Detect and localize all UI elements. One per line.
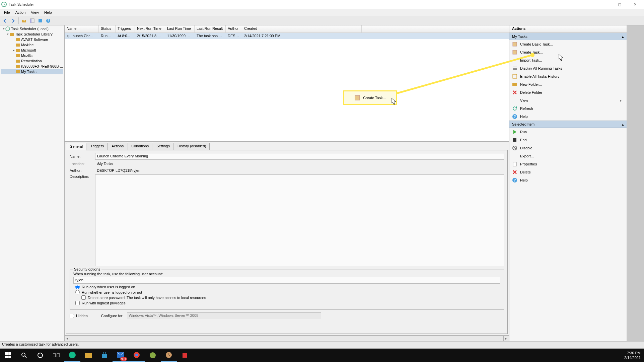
description-field[interactable] [95,174,504,266]
tree-item-mytasks[interactable]: My Tasks [1,69,63,74]
actions-section-mytasks[interactable]: My Tasks▴ [509,33,627,40]
refresh-icon [512,106,517,111]
name-field[interactable]: Launch Chrome Every Morning [95,153,504,160]
taskbar: 99+ 7:36 PM2/14/2021 [0,349,644,362]
action-create-task[interactable]: Create Task... [509,48,627,56]
actions-header: Actions [509,25,627,33]
chk-highest[interactable]: Run with highest privileges [75,301,500,305]
tree-item-mcafee[interactable]: McAfee [1,42,63,48]
tree-item-guid[interactable]: {595886F3-7FE8-966B-... [1,64,63,69]
tree-item-microsoft[interactable]: ▸Microsoft [1,48,63,53]
action-enable-history[interactable]: Enable All Tasks History [509,72,627,80]
tab-history[interactable]: History (disabled) [174,143,210,150]
close-button[interactable]: ✕ [627,0,643,9]
svg-rect-34 [355,95,360,100]
taskbar-app1[interactable] [145,349,161,362]
tree-item-remediation[interactable]: Remediation [1,58,63,64]
scroll-left-button[interactable]: ◂ [64,336,70,341]
action-create-basic-task[interactable]: Create Basic Task... [509,40,627,48]
th-status[interactable]: Status [99,25,116,32]
action-properties[interactable]: Properties [509,160,627,168]
action-display-running[interactable]: Display All Running Tasks [509,64,627,72]
action-import-task[interactable]: Import Task... [509,56,627,64]
th-nextrun[interactable]: Next Run Time [135,25,165,32]
action-disable[interactable]: Disable [509,144,627,152]
action-export[interactable]: Export... [509,152,627,160]
menu-action[interactable]: Action [13,9,28,16]
folder-icon [9,32,14,37]
action-new-folder[interactable]: New Folder... [509,80,627,88]
taskbar-edge[interactable] [64,349,80,362]
up-folder-button[interactable] [20,17,28,24]
tab-general[interactable]: General [66,143,86,150]
location-value: \My Tasks [95,161,504,166]
svg-text:?: ? [514,178,516,182]
configure-dropdown[interactable]: Windows Vista™, Windows Server™ 2008 [127,312,321,319]
th-created[interactable]: Created [242,25,362,32]
cortana-button[interactable] [32,349,48,362]
tree-root[interactable]: ▾Task Scheduler (Local) [1,26,63,31]
taskbar-clock-app[interactable] [161,349,177,362]
tab-triggers[interactable]: Triggers [87,143,108,150]
search-button[interactable] [16,349,32,362]
tree-item-label: AVAST Software [21,38,48,42]
action-view[interactable]: View [509,96,627,104]
taskbar-store[interactable] [96,349,113,362]
action-label: Run [520,130,527,134]
th-author[interactable]: Author [226,25,242,32]
svg-text:?: ? [47,19,50,23]
show-hide-tree-button[interactable] [28,17,36,24]
menu-file[interactable]: File [1,9,13,16]
security-legend: Security options [73,267,101,271]
forward-button[interactable] [9,17,17,24]
menu-help[interactable]: Help [42,9,55,16]
actions-section-selected[interactable]: Selected Item▴ [509,121,627,128]
properties-button[interactable] [37,17,44,24]
tree-item-mozilla[interactable]: Mozilla [1,53,63,58]
tree-item-avast[interactable]: AVAST Software [1,37,63,42]
taskbar-mail[interactable]: 99+ [113,349,129,362]
action-delete-folder[interactable]: Delete Folder [509,88,627,96]
author-value: DESKTOP-LD7Q118\ryjen [95,168,504,173]
th-triggers[interactable]: Triggers [116,25,135,32]
action-help[interactable]: ?Help [509,113,627,121]
action-refresh[interactable]: Refresh [509,104,627,113]
th-lastresult[interactable]: Last Run Result [195,25,226,32]
action-end[interactable]: End [509,136,627,144]
radio-logged-on[interactable]: Run only when user is logged on [75,285,500,289]
minimize-button[interactable]: — [596,0,612,9]
action-delete[interactable]: Delete [509,168,627,176]
menu-view[interactable]: View [28,9,42,16]
taskbar-chrome[interactable] [129,349,145,362]
taskview-button[interactable] [48,349,64,362]
task-row[interactable]: ⊕Launch Chr... Run... At 8:0... 2/15/202… [65,33,509,39]
tree-library[interactable]: ▾Task Scheduler Library [1,31,63,37]
tab-conditions[interactable]: Conditions [128,143,152,150]
taskbar-explorer[interactable] [80,349,96,362]
scroll-right-button[interactable]: ▸ [503,336,509,341]
action-label: Refresh [520,106,533,111]
taskbar-app2[interactable] [177,349,193,362]
action-run[interactable]: Run [509,128,627,136]
horizontal-scrollbar[interactable]: ◂ ▸ [64,336,509,341]
maximize-button[interactable]: ▢ [612,0,627,9]
system-clock[interactable]: 7:36 PM2/14/2021 [621,351,644,360]
chk-nostore[interactable]: Do not store password. The task will onl… [81,295,500,300]
action-label: Properties [520,162,537,166]
tab-actions[interactable]: Actions [108,143,127,150]
svg-rect-41 [53,354,56,357]
task-icon [512,42,517,47]
disable-icon [512,145,517,151]
back-button[interactable] [1,17,9,24]
folder-icon [15,64,20,69]
th-lastrun[interactable]: Last Run Time [165,25,195,32]
callout-create-task: Create Task... [343,90,397,105]
th-name[interactable]: Name [65,25,99,32]
start-button[interactable] [0,349,16,362]
tab-settings[interactable]: Settings [153,143,173,150]
action-help-2[interactable]: ?Help [509,176,627,184]
task-icon: ⊕ [67,34,71,38]
chk-hidden[interactable]: Hidden [70,314,88,318]
help-button[interactable]: ? [45,17,52,24]
radio-whether[interactable]: Run whether user is logged on or not [75,290,500,294]
